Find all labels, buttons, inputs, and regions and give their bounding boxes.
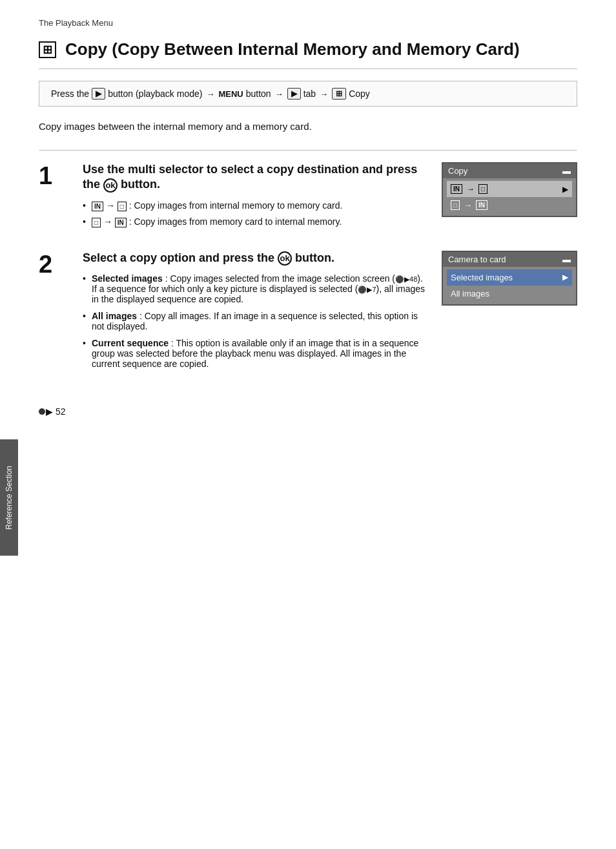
arrow-2: → <box>275 89 283 99</box>
page-number: 52 <box>56 406 66 417</box>
row1-arrow: → <box>466 184 475 194</box>
press-text-3: button <box>246 89 271 99</box>
row2-arrow: → <box>464 200 472 210</box>
screen-row-all-images: All images <box>447 286 572 302</box>
row2-from-icon: □ <box>451 200 460 210</box>
step-2-number: 2 <box>39 251 70 375</box>
playback-button-icon: ▶ <box>92 88 105 100</box>
step-2-title: Select a copy option and press the ok bu… <box>83 251 429 266</box>
row1-chevron: ▶ <box>562 185 568 194</box>
screen-1-header: Copy ▬ <box>443 163 576 178</box>
screen-1-body: IN → □ ▶ □ → IN <box>443 178 576 216</box>
mem-icon-card: □ <box>118 202 127 211</box>
ok-icon-2: ok <box>278 251 292 266</box>
arrow-mem-2: → <box>103 216 115 227</box>
step-2-bullets: Selected images : Copy images selected f… <box>83 273 429 369</box>
selected-images-label: Selected images <box>451 273 513 282</box>
dot-icon <box>39 408 45 415</box>
step-2-screen-area: Camera to card ▬ Selected images ▶ All i… <box>442 251 577 375</box>
selected-text-1: : Copy images selected from the image se… <box>165 273 395 284</box>
copy-tab-icon: ⊞ <box>332 88 346 100</box>
breadcrumb: The Playback Menu <box>39 18 577 28</box>
step-1-title: Use the multi selector to select a copy … <box>83 162 429 193</box>
mem-icon-card-2: □ <box>92 218 101 227</box>
screen-row-selected-images: Selected images ▶ <box>447 269 572 286</box>
selected-images-arrow: ▶ <box>562 273 568 282</box>
bullet-2-text: : Copy images from memory card to intern… <box>129 216 342 227</box>
ref-link-7: ⚫▶7 <box>358 286 376 294</box>
arrow-1: → <box>206 89 214 99</box>
screen-row-in-to-card: IN → □ ▶ <box>447 181 572 197</box>
mem-icon-in: IN <box>92 202 103 211</box>
step-1-bullets: IN → □ : Copy images from internal memor… <box>83 200 429 227</box>
arrow-page: ▶ <box>46 406 53 417</box>
ref-link-48: ⚫▶48 <box>395 275 417 284</box>
sidebar-label: Reference Section <box>5 466 14 530</box>
screen-1-battery: ▬ <box>562 166 571 176</box>
screen-2-battery: ▬ <box>562 255 571 264</box>
copy-menu-screen: Copy ▬ IN → □ ▶ □ → IN <box>442 162 577 217</box>
step-2-bullet-all: All images : Copy all images. If an imag… <box>83 311 429 331</box>
term-selected-images: Selected images <box>92 273 163 284</box>
step-2-title-end: button. <box>292 251 334 264</box>
press-box: Press the ▶ button (playback mode) → MEN… <box>39 81 577 107</box>
page-title: ⊞ Copy (Copy Between Internal Memory and… <box>39 39 577 69</box>
step-2-content: Select a copy option and press the ok bu… <box>83 251 429 375</box>
step-1-bullet-1: IN → □ : Copy images from internal memor… <box>83 200 429 211</box>
arrow-mem-1: → <box>106 200 118 211</box>
step-1-screen-area: Copy ▬ IN → □ ▶ □ → IN <box>442 162 577 233</box>
screen-2-header: Camera to card ▬ <box>443 252 576 267</box>
page-footer: ▶ 52 <box>39 406 66 417</box>
mem-icon-in-2: IN <box>115 218 127 227</box>
step-2: 2 Select a copy option and press the ok … <box>39 251 577 375</box>
all-images-text: : Copy all images. If an image in a sequ… <box>92 311 418 331</box>
row1-to-icon: □ <box>478 184 488 194</box>
step-2-title-text: Select a copy option and press the <box>83 251 278 264</box>
tab-icon: ▶ <box>287 88 301 100</box>
sidebar-tab: Reference Section <box>0 439 18 556</box>
row1-from-icon: IN <box>451 184 462 194</box>
term-all-images: All images <box>92 311 137 321</box>
bullet-1-text: : Copy images from internal memory to me… <box>129 200 343 211</box>
title-text: Copy (Copy Between Internal Memory and M… <box>65 39 520 59</box>
screen-1-title: Copy <box>448 166 467 176</box>
step-1-content: Use the multi selector to select a copy … <box>83 162 429 233</box>
all-images-label: All images <box>451 289 489 299</box>
step-1-title-end: button. <box>118 178 160 191</box>
term-current-sequence: Current sequence <box>92 338 169 348</box>
step-1-number: 1 <box>39 162 70 233</box>
menu-button-label: MENU <box>218 89 243 99</box>
copy-icon: ⊞ <box>39 41 56 58</box>
screen-2-title: Camera to card <box>448 255 506 264</box>
ok-icon-1: ok <box>103 178 118 193</box>
page-num-icon: ▶ <box>39 406 53 417</box>
steps-section: 1 Use the multi selector to select a cop… <box>39 150 577 375</box>
intro-text: Copy images between the internal memory … <box>39 121 577 132</box>
step-1: 1 Use the multi selector to select a cop… <box>39 162 577 233</box>
step-2-bullet-current: Current sequence : This option is availa… <box>83 338 429 369</box>
screen-2-body: Selected images ▶ All images <box>443 267 576 304</box>
screen-row-card-to-in: □ → IN <box>447 197 572 213</box>
press-text: Press the <box>51 89 89 99</box>
press-text-4: tab <box>303 89 316 99</box>
step-2-bullet-selected: Selected images : Copy images selected f… <box>83 273 429 304</box>
row2-to-icon: IN <box>476 200 488 210</box>
step-1-bullet-2: □ → IN : Copy images from memory card to… <box>83 216 429 227</box>
press-text-2: button (playback mode) <box>108 89 202 99</box>
step-2-layout: Select a copy option and press the ok bu… <box>83 251 577 375</box>
arrow-3: → <box>320 89 328 99</box>
copy-label: Copy <box>349 89 370 99</box>
camera-to-card-screen: Camera to card ▬ Selected images ▶ All i… <box>442 251 577 306</box>
